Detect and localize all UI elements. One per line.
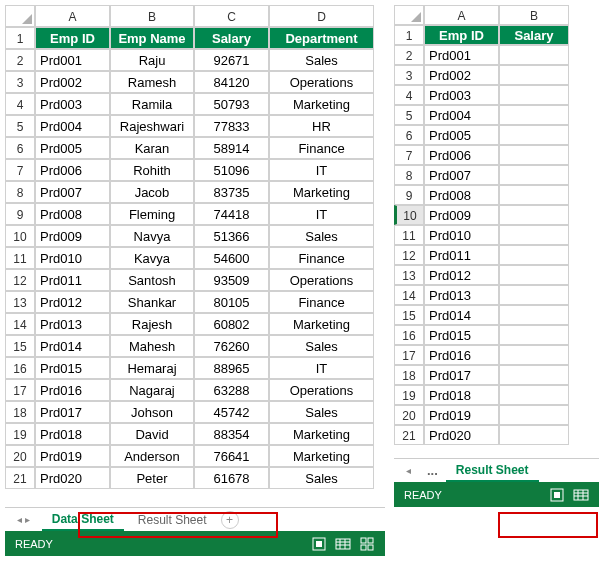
data-cell[interactable]: Prd003 (35, 93, 110, 115)
data-cell[interactable]: 83735 (194, 181, 269, 203)
data-cell[interactable]: IT (269, 159, 374, 181)
data-cell[interactable]: Prd009 (35, 225, 110, 247)
row-header[interactable]: 18 (5, 401, 35, 423)
tab-result-sheet[interactable]: Result Sheet (446, 460, 539, 482)
data-cell[interactable] (499, 365, 569, 385)
data-cell[interactable]: Prd013 (35, 313, 110, 335)
row-header[interactable]: 7 (5, 159, 35, 181)
tab-data-sheet[interactable]: Data Sheet (42, 509, 124, 531)
table-header-cell[interactable]: Salary (194, 27, 269, 49)
data-cell[interactable]: Rajeshwari (110, 115, 194, 137)
view-normal-icon[interactable] (573, 487, 589, 503)
column-header[interactable]: C (194, 5, 269, 27)
data-cell[interactable]: Prd004 (35, 115, 110, 137)
row-header[interactable]: 15 (5, 335, 35, 357)
data-cell[interactable]: 76260 (194, 335, 269, 357)
data-cell[interactable]: 45742 (194, 401, 269, 423)
data-cell[interactable]: 77833 (194, 115, 269, 137)
data-cell[interactable]: Prd013 (424, 285, 499, 305)
row-header[interactable]: 8 (394, 165, 424, 185)
data-cell[interactable]: Prd003 (424, 85, 499, 105)
data-cell[interactable]: Prd015 (424, 325, 499, 345)
row-header[interactable]: 6 (5, 137, 35, 159)
spreadsheet-grid-right[interactable]: AB1Emp IDSalary2Prd0013Prd0024Prd0035Prd… (394, 5, 599, 445)
data-cell[interactable]: Fleming (110, 203, 194, 225)
row-header[interactable]: 5 (394, 105, 424, 125)
data-cell[interactable]: HR (269, 115, 374, 137)
column-header[interactable]: D (269, 5, 374, 27)
row-header[interactable]: 20 (5, 445, 35, 467)
data-cell[interactable] (499, 225, 569, 245)
data-cell[interactable]: Prd011 (424, 245, 499, 265)
row-header[interactable]: 19 (5, 423, 35, 445)
data-cell[interactable]: Prd012 (424, 265, 499, 285)
data-cell[interactable]: Prd017 (35, 401, 110, 423)
data-cell[interactable]: Marketing (269, 181, 374, 203)
data-cell[interactable]: Prd008 (35, 203, 110, 225)
data-cell[interactable]: 74418 (194, 203, 269, 225)
row-header[interactable]: 18 (394, 365, 424, 385)
spreadsheet-grid-left[interactable]: ABCD1Emp IDEmp NameSalaryDepartment2Prd0… (5, 5, 385, 489)
row-header[interactable]: 10 (5, 225, 35, 247)
data-cell[interactable]: Sales (269, 401, 374, 423)
data-cell[interactable]: Prd002 (424, 65, 499, 85)
data-cell[interactable]: Prd006 (35, 159, 110, 181)
data-cell[interactable]: Kavya (110, 247, 194, 269)
data-cell[interactable] (499, 65, 569, 85)
row-header[interactable]: 13 (5, 291, 35, 313)
macro-icon[interactable] (549, 487, 565, 503)
row-header[interactable]: 20 (394, 405, 424, 425)
data-cell[interactable] (499, 125, 569, 145)
data-cell[interactable]: Ramila (110, 93, 194, 115)
select-all-corner[interactable] (394, 5, 424, 25)
data-cell[interactable]: Rohith (110, 159, 194, 181)
row-header[interactable]: 12 (394, 245, 424, 265)
row-header[interactable]: 16 (5, 357, 35, 379)
view-normal-icon[interactable] (335, 536, 351, 552)
data-cell[interactable]: 54600 (194, 247, 269, 269)
row-header[interactable]: 13 (394, 265, 424, 285)
data-cell[interactable]: Navya (110, 225, 194, 247)
row-header[interactable]: 6 (394, 125, 424, 145)
table-header-cell[interactable]: Emp ID (424, 25, 499, 45)
row-header[interactable]: 2 (5, 49, 35, 71)
data-cell[interactable]: Prd014 (424, 305, 499, 325)
data-cell[interactable]: Marketing (269, 313, 374, 335)
data-cell[interactable] (499, 185, 569, 205)
data-cell[interactable] (499, 145, 569, 165)
row-header[interactable]: 16 (394, 325, 424, 345)
data-cell[interactable]: Finance (269, 247, 374, 269)
data-cell[interactable] (499, 325, 569, 345)
data-cell[interactable]: IT (269, 357, 374, 379)
data-cell[interactable]: Prd004 (424, 105, 499, 125)
row-header[interactable]: 11 (394, 225, 424, 245)
row-header[interactable]: 10 (394, 205, 424, 225)
data-cell[interactable]: Jacob (110, 181, 194, 203)
row-header[interactable]: 4 (5, 93, 35, 115)
row-header[interactable]: 11 (5, 247, 35, 269)
data-cell[interactable]: Prd011 (35, 269, 110, 291)
data-cell[interactable] (499, 85, 569, 105)
table-header-cell[interactable]: Salary (499, 25, 569, 45)
select-all-corner[interactable] (5, 5, 35, 27)
column-header[interactable]: B (499, 5, 569, 25)
row-header[interactable]: 17 (394, 345, 424, 365)
table-header-cell[interactable]: Emp Name (110, 27, 194, 49)
data-cell[interactable]: Finance (269, 137, 374, 159)
data-cell[interactable]: 80105 (194, 291, 269, 313)
data-cell[interactable]: Prd016 (424, 345, 499, 365)
data-cell[interactable]: Marketing (269, 423, 374, 445)
data-cell[interactable]: Prd012 (35, 291, 110, 313)
data-cell[interactable]: Prd006 (424, 145, 499, 165)
data-cell[interactable]: Karan (110, 137, 194, 159)
data-cell[interactable] (499, 245, 569, 265)
data-cell[interactable]: Prd018 (35, 423, 110, 445)
data-cell[interactable]: 61678 (194, 467, 269, 489)
data-cell[interactable] (499, 425, 569, 445)
data-cell[interactable]: Prd005 (424, 125, 499, 145)
data-cell[interactable] (499, 385, 569, 405)
data-cell[interactable]: Prd007 (35, 181, 110, 203)
data-cell[interactable] (499, 45, 569, 65)
row-header[interactable]: 14 (394, 285, 424, 305)
data-cell[interactable] (499, 305, 569, 325)
